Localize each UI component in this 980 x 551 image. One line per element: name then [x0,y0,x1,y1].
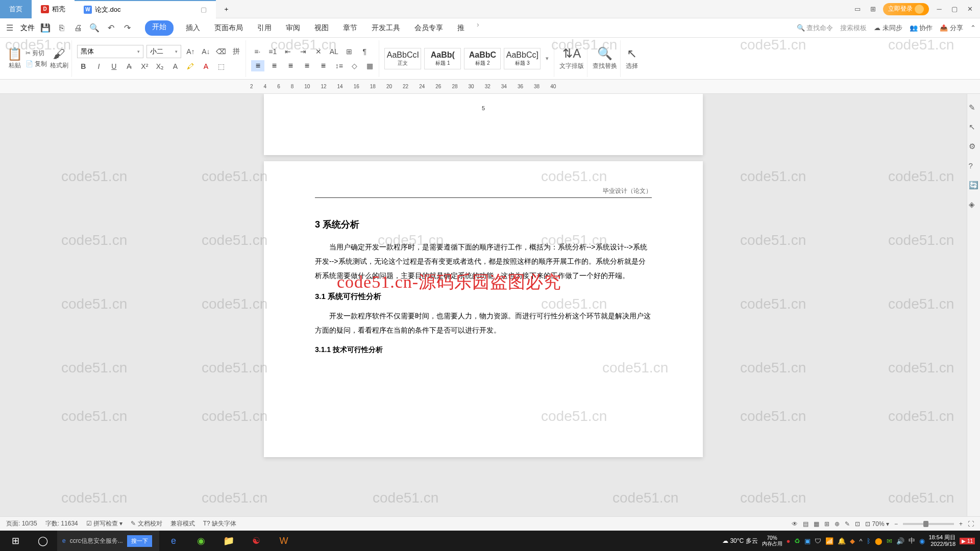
search-go-button[interactable] [127,535,152,547]
align-center-button[interactable]: ≡ [267,60,281,71]
document-area[interactable]: 5 毕业设计（论文） 3 系统分析 当用户确定开发一款程序时，是需要遵循下面的顺… [0,94,967,524]
notification-badge[interactable]: ▶ 11 [960,538,975,544]
menu-hamburger-icon[interactable]: ☰ [4,22,15,34]
snap-button[interactable]: ✕ [312,45,325,58]
settings-icon[interactable]: ⚙ [969,142,979,152]
tab-home[interactable]: 首页 [0,0,32,18]
web-view-icon[interactable]: ⊕ [835,520,840,528]
page-indicator[interactable]: 页面: 10/35 [6,519,37,528]
menutab-devtools[interactable]: 开发工具 [370,20,402,36]
outdent-button[interactable]: ⇤ [282,45,294,58]
mem-widget[interactable]: 70%内存占用 [762,535,782,546]
menutab-pagelayout[interactable]: 页面布局 [212,20,245,36]
missing-font[interactable]: T? 缺失字体 [203,519,236,528]
font-color-button[interactable]: A [200,60,212,72]
bold-button[interactable]: B [77,60,89,72]
skin-icon[interactable]: ▭ [852,4,863,14]
tab-doke[interactable]: D稻壳 [32,0,75,18]
menutab-vip[interactable]: 会员专享 [412,20,445,36]
shading-button[interactable]: ◇ [348,60,360,72]
ime-icon[interactable]: 中 [909,536,915,545]
italic-button[interactable]: I [92,60,105,72]
preview-icon[interactable]: 🔍 [89,22,100,34]
wps-icon[interactable]: W [271,531,297,551]
volume-icon[interactable]: 🔊 [896,537,904,545]
menutab-more[interactable]: 推 [455,20,467,36]
search-command[interactable]: 🔍 查找命令 [797,23,834,33]
maximize-button[interactable]: ▢ [949,4,960,14]
sync-status[interactable]: ☁ 未同步 [874,23,902,33]
ruler[interactable]: 2 4 6 8 10 12 14 16 18 20 22 24 26 28 30… [0,80,980,94]
tab-add[interactable]: ＋ [216,0,237,18]
tray-icon[interactable]: ▣ [804,537,811,545]
export-icon[interactable]: ⎘ [56,22,67,34]
cortana-icon[interactable]: ◯ [30,531,56,551]
weather-widget[interactable]: ☁ 30°C 多云 [722,537,758,545]
shrink-font-button[interactable]: A↓ [200,45,212,58]
coop-button[interactable]: 👥 协作 [910,23,933,33]
char-border-button[interactable]: ⬚ [215,60,227,72]
menutab-view[interactable]: 视图 [312,20,331,36]
text-effect-button[interactable]: A [169,60,181,72]
taskbar-search[interactable]: e ccrc信息安全服务... [57,531,159,551]
browser360-icon[interactable]: ◉ [188,531,214,551]
indent-button[interactable]: ⇥ [297,45,309,58]
align-right-button[interactable]: ≡ [284,60,297,71]
style-h3[interactable]: AaBbCc]标题 3 [504,48,541,69]
collapse-ribbon-icon[interactable]: ⌃ [970,24,976,32]
align-left-button[interactable]: ≡ [251,60,264,71]
align-distribute-button[interactable]: ≡ [316,60,330,71]
redo-icon[interactable]: ↷ [121,22,133,34]
format-painter-icon[interactable]: 🖌 [53,47,65,61]
chevron-right-icon[interactable]: › [477,20,479,36]
menutab-references[interactable]: 引用 [255,20,274,36]
word-count[interactable]: 字数: 11634 [45,519,78,528]
zoom-slider[interactable] [903,523,954,525]
style-normal[interactable]: AaBbCcI正文 [384,48,421,69]
shield-icon[interactable]: 🛡 [815,537,821,545]
app-icon[interactable]: ☯ [243,531,270,551]
menutab-chapter[interactable]: 章节 [341,20,359,36]
proofread-button[interactable]: ✎ 文档校对 [131,519,162,528]
cut-button[interactable]: ✂ 剪切 [26,49,47,58]
search-template[interactable]: 搜索模板 [840,23,867,33]
font-size-select[interactable]: 小二▾ [146,45,181,58]
file-menu[interactable]: 文件 [20,23,35,33]
strike-button[interactable]: A̶ [123,60,135,72]
share-button[interactable]: 📤 分享 [940,23,963,33]
start-button[interactable]: ⊞ [2,531,29,551]
find-icon[interactable]: 🔍 [597,46,612,61]
border-button[interactable]: ⊞ [343,45,355,58]
translate-icon[interactable]: 🔄 [969,181,979,191]
menutab-start[interactable]: 开始 [145,20,174,36]
undo-icon[interactable]: ↶ [105,22,116,34]
fullscreen-icon[interactable]: ⛶ [968,520,974,528]
copy-button[interactable]: 📄 复制 [26,60,47,68]
menutab-review[interactable]: 审阅 [284,20,302,36]
tab-menu-icon[interactable]: ▢ [201,6,207,13]
bullets-button[interactable]: ≡· [251,45,263,58]
zoom-out-button[interactable]: − [894,520,898,528]
style-h1[interactable]: AaBb(标题 1 [424,48,461,69]
zoom-fit-icon[interactable]: ⊡ [855,520,860,528]
annotation-icon[interactable]: ✎ [845,520,850,528]
underline-button[interactable]: U [108,60,120,72]
pencil-icon[interactable]: ✎ [969,103,979,113]
tray-icon[interactable]: ◉ [919,537,925,545]
tray-icon[interactable]: ◆ [850,537,855,545]
apps-icon[interactable]: ⊞ [868,4,878,14]
minimize-button[interactable]: ─ [934,4,944,14]
style-h2[interactable]: AaBbC标题 2 [464,48,501,69]
zoom-in-button[interactable]: + [959,520,963,528]
highlight-button[interactable]: 🖍 [184,60,197,72]
subscript-button[interactable]: X₂ [154,60,166,72]
read-view-icon[interactable]: ▤ [803,520,808,528]
zoom-value[interactable]: ⊡ 70% ▾ [865,520,889,528]
paste-icon[interactable]: 📋 [7,47,22,61]
tray-icon[interactable]: ⬤ [875,537,883,545]
bluetooth-icon[interactable]: ᛒ [867,537,871,545]
ie-app-icon[interactable]: e [160,531,187,551]
chevron-up-icon[interactable]: ^ [859,537,862,545]
outline-view-icon[interactable]: ⊞ [824,520,829,528]
menutab-insert[interactable]: 插入 [184,20,202,36]
